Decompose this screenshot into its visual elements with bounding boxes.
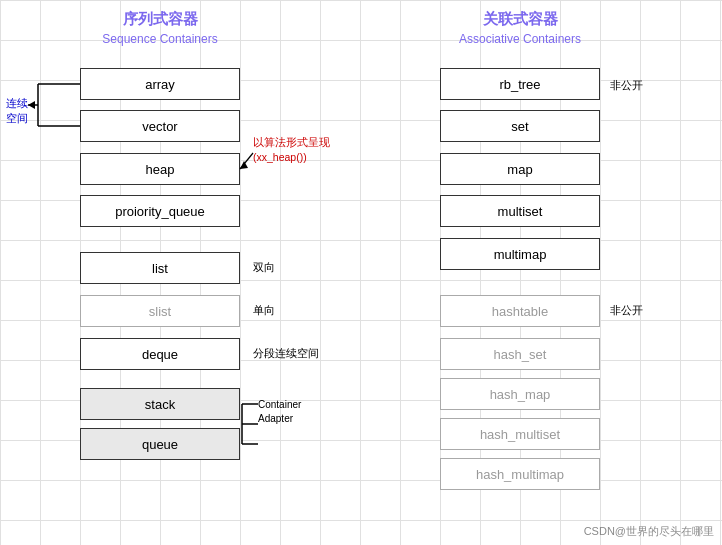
box-hashtable: hashtable xyxy=(440,295,600,327)
box-queue: queue xyxy=(80,428,240,460)
label-suanfa: 以算法形式呈现(xx_heap()) xyxy=(253,135,330,164)
watermark: CSDN@世界的尽头在哪里 xyxy=(584,524,714,539)
box-array: array xyxy=(80,68,240,100)
label-danxiang: 单向 xyxy=(253,303,275,318)
box-stack: stack xyxy=(80,388,240,420)
box-map: map xyxy=(440,153,600,185)
main-content: 序列式容器 Sequence Containers 关联式容器 Associat… xyxy=(0,0,722,545)
box-hash_set: hash_set xyxy=(440,338,600,370)
box-rb_tree: rb_tree xyxy=(440,68,600,100)
box-vector: vector xyxy=(80,110,240,142)
box-multiset: multiset xyxy=(440,195,600,227)
box-slist: slist xyxy=(80,295,240,327)
svg-marker-6 xyxy=(240,161,248,169)
left-title: 序列式容器 xyxy=(80,10,240,29)
box-multimap: multimap xyxy=(440,238,600,270)
box-hash_multiset: hash_multiset xyxy=(440,418,600,450)
right-subtitle: Associative Containers xyxy=(440,32,600,46)
right-title: 关联式容器 xyxy=(440,10,600,29)
label-container-adapter: ContainerAdapter xyxy=(258,398,301,426)
box-heap: heap xyxy=(80,153,240,185)
svg-line-5 xyxy=(240,153,253,169)
box-hash_multimap: hash_multimap xyxy=(440,458,600,490)
box-hash_map: hash_map xyxy=(440,378,600,410)
label-rbtree-private: 非公开 xyxy=(610,78,643,93)
label-hashtable-private: 非公开 xyxy=(610,303,643,318)
box-list: list xyxy=(80,252,240,284)
svg-marker-4 xyxy=(28,101,35,109)
box-set: set xyxy=(440,110,600,142)
label-lianxu: 连续空间 xyxy=(6,96,28,127)
box-deque: deque xyxy=(80,338,240,370)
box-priority_queue: proiority_queue xyxy=(80,195,240,227)
left-subtitle: Sequence Containers xyxy=(80,32,240,46)
label-fenduan: 分段连续空间 xyxy=(253,346,319,361)
label-shuangxiang: 双向 xyxy=(253,260,275,275)
